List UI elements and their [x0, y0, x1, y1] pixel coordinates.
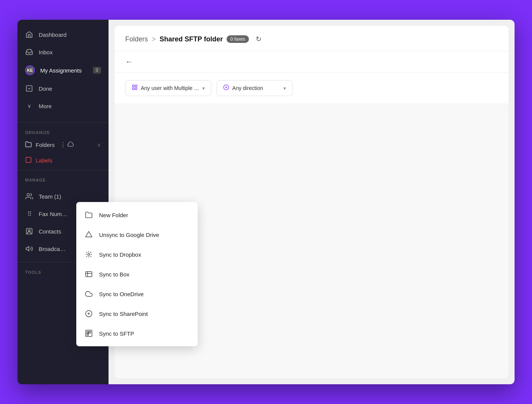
sidebar-item-more-label: More: [39, 103, 52, 109]
svg-rect-8: [86, 271, 92, 276]
fax-badge: 0 faxes: [227, 35, 249, 43]
svg-point-7: [88, 254, 90, 256]
avatar: KE: [25, 65, 35, 75]
chevron-down-icon: ∨: [25, 102, 33, 110]
labels-label: Labels: [36, 157, 52, 164]
folders-label: Folders: [36, 142, 55, 148]
fax-numbers-icon: ⠿: [25, 210, 33, 218]
done-icon: [25, 84, 33, 93]
menu-item-sync-dropbox-label: Sync to Dropbox: [99, 251, 141, 258]
divider-manage: [17, 170, 109, 170]
svg-marker-6: [86, 232, 92, 237]
user-filter-label: Any user with Multiple …: [141, 85, 199, 91]
sidebar-nav: Dashboard Inbox KE My Assignments 0: [17, 20, 109, 121]
svg-rect-16: [132, 85, 134, 87]
organize-section-label: ORGANIZE: [17, 124, 109, 137]
home-icon: [25, 30, 33, 39]
broadcast-label: Broadca…: [39, 246, 66, 252]
direction-filter-label: Any direction: [232, 85, 263, 91]
menu-item-sync-onedrive-label: Sync to OneDrive: [99, 291, 144, 297]
menu-item-sync-dropbox[interactable]: Sync to Dropbox: [76, 245, 198, 264]
menu-item-new-folder[interactable]: New Folder: [76, 205, 198, 225]
dots-icon[interactable]: ⋮: [60, 141, 66, 148]
svg-rect-18: [132, 88, 134, 90]
svg-rect-14: [89, 331, 91, 333]
sharepoint-icon: [84, 309, 94, 319]
svg-rect-13: [87, 331, 88, 333]
menu-item-sync-sharepoint-label: Sync to SharePoint: [99, 311, 148, 317]
svg-rect-19: [135, 88, 137, 90]
sidebar-item-dashboard-label: Dashboard: [39, 32, 66, 38]
label-icon: [25, 156, 32, 164]
sidebar-item-folders[interactable]: Folders ⋮ ∨: [17, 137, 109, 153]
svg-marker-21: [226, 86, 227, 88]
direction-filter-icon: [223, 84, 229, 92]
fax-numbers-label: Fax Num…: [39, 211, 68, 217]
sidebar-item-assignments-label: My Assignments: [40, 67, 82, 74]
dropbox-icon: [84, 249, 94, 259]
user-filter-select[interactable]: Any user with Multiple … ▾: [125, 80, 211, 96]
contacts-label: Contacts: [39, 228, 61, 235]
folder-icon: [25, 141, 32, 149]
user-filter-chevron: ▾: [202, 85, 205, 91]
svg-rect-17: [135, 85, 137, 87]
folder-actions: ⋮: [60, 141, 74, 148]
sidebar-item-done[interactable]: Done: [17, 80, 109, 97]
menu-item-unsync-google-drive[interactable]: Unsync to Google Drive: [76, 225, 198, 245]
assignments-badge: 0: [93, 67, 101, 74]
sidebar-item-inbox-label: Inbox: [39, 49, 53, 55]
google-drive-icon: [84, 230, 94, 240]
menu-item-sync-box-label: Sync to Box: [99, 271, 129, 278]
sftp-icon: [84, 328, 94, 338]
menu-item-sync-sharepoint[interactable]: Sync to SharePoint: [76, 304, 198, 324]
manage-section-label: MANAGE: [17, 172, 109, 185]
main-header: Folders > Shared SFTP folder 0 faxes ↻: [115, 26, 508, 51]
team-icon: [25, 192, 33, 200]
sidebar-item-labels[interactable]: Labels: [17, 153, 109, 168]
onedrive-icon: [84, 289, 94, 299]
svg-rect-15: [87, 334, 88, 335]
sidebar: Dashboard Inbox KE My Assignments 0: [17, 20, 109, 384]
svg-rect-1: [26, 157, 31, 163]
divider-organize: [17, 122, 109, 123]
user-filter-icon: [132, 84, 138, 92]
box-icon: [84, 269, 94, 279]
sidebar-item-more[interactable]: ∨ More: [17, 97, 109, 115]
folders-chevron: ∨: [97, 142, 101, 148]
contacts-icon: [25, 227, 33, 235]
breadcrumb-separator: >: [152, 35, 156, 43]
refresh-button[interactable]: ↻: [253, 33, 264, 45]
back-button[interactable]: ←: [115, 51, 508, 73]
broadcast-icon: [25, 245, 33, 253]
team-label: Team (1): [39, 193, 61, 200]
inbox-icon: [25, 48, 33, 56]
menu-item-sync-onedrive[interactable]: Sync to OneDrive: [76, 284, 198, 304]
new-folder-icon: [84, 210, 94, 220]
menu-item-sync-sftp-label: Sync to SFTP: [99, 330, 134, 337]
sidebar-item-dashboard[interactable]: Dashboard: [17, 26, 109, 43]
menu-item-unsync-google-drive-label: Unsync to Google Drive: [99, 232, 159, 238]
sidebar-item-done-label: Done: [39, 85, 52, 92]
breadcrumb-current: Shared SFTP folder: [160, 35, 223, 43]
breadcrumb-folders[interactable]: Folders: [125, 35, 148, 43]
direction-filter-select[interactable]: Any direction ▾: [217, 80, 293, 96]
filter-row: Any user with Multiple … ▾ Any direction…: [115, 73, 508, 104]
menu-item-sync-sftp[interactable]: Sync to SFTP: [76, 324, 198, 343]
sidebar-item-my-assignments[interactable]: KE My Assignments 0: [17, 61, 109, 80]
menu-item-new-folder-label: New Folder: [99, 212, 128, 218]
svg-point-2: [27, 194, 30, 196]
context-menu: New Folder Unsync to Google Drive: [76, 202, 198, 346]
direction-filter-chevron: ▾: [283, 85, 286, 91]
menu-item-sync-box[interactable]: Sync to Box: [76, 264, 198, 284]
svg-marker-5: [26, 246, 29, 251]
svg-point-4: [28, 230, 30, 232]
sidebar-item-inbox[interactable]: Inbox: [17, 43, 109, 61]
cloud-sync-icon: [68, 141, 74, 148]
